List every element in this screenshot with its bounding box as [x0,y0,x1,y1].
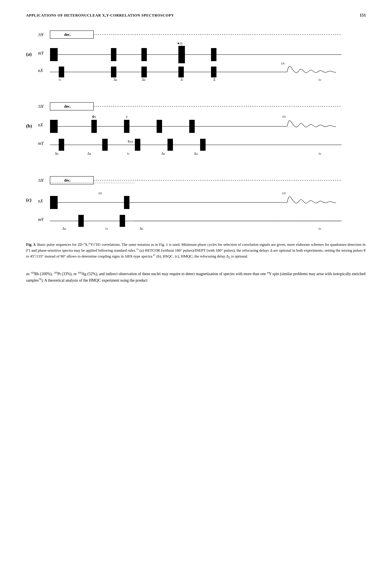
nX-pulse5-b [189,120,195,133]
diagram-a-svg: (a) 1H mY nX dec. ♦±y [26,24,366,85]
t2-c: t₂ [319,227,321,230]
diagram-c: (c) 1H nX mY dec. ±x ±x [26,170,366,233]
t1-c: t₁ [106,227,108,230]
delta-2-label-a: Δ [213,78,215,81]
label-mY-a: mY [38,51,44,55]
delta4-2-label-a: Δ₄ [142,78,145,81]
label-nX-a: nX [38,68,43,73]
page-number: 151 [360,13,366,17]
page-header: APPLICATIONS OF HETERONUCLEAR X,Y-CORREL… [26,13,366,17]
label-mY-b: mY [38,141,44,146]
t2-label-a: t₂ [319,78,321,81]
fid-wave-a [287,66,336,73]
plusminus-x-b: ±x [282,115,286,118]
mY-pulse5-a [211,48,216,61]
mY-pulse5-b [200,139,206,151]
phi-y-label-b: ϕy [92,115,96,118]
label-1H-a: 1H [38,32,44,37]
mY-pulse3-b [135,139,140,151]
figure-caption: Fig. 3. Basic pulse sequences for 2D-nX,… [26,242,366,260]
plusminus-x-c-1: ±x [98,191,102,195]
mY-pulse2-b [102,139,108,151]
t1-b: t₁ [127,152,130,155]
dec-label-c: dec. [64,178,71,182]
diagram-a: (a) 1H mY nX dec. ♦±y [26,24,366,85]
diagram-b-label: (b) [26,123,32,128]
nX-pulse2-a [111,66,116,77]
label-1H-c: 1H [38,178,44,183]
diagram-b-svg: (b) 1H nX mY dec. ϕy y [26,96,366,159]
label-mY-c: mY [38,217,44,222]
diagram-c-svg: (c) 1H nX mY dec. ±x ±x [26,170,366,233]
delta4-b2: Δ₄ [88,152,91,155]
plusminus-x-a: ±x [281,61,285,65]
diagram-c-label: (c) [26,197,31,202]
fid-wave-c [287,197,336,203]
word-as: as [26,272,30,276]
mY-pulse1-a [50,48,58,61]
nX-pulse2-b [91,120,97,133]
fid-wave-b [287,120,336,127]
nX-pulse3-b [124,120,130,133]
delta2-c2: Δ₂ [140,227,143,230]
nX-pulse1-a [59,66,64,77]
y-label-b: y [126,115,128,118]
plusminus-x-c-2: ±x [282,191,286,195]
mY-pulse1-b [59,139,64,151]
fid-b [287,120,336,127]
diagram-b: (b) 1H nX mY dec. ϕy y [26,96,366,159]
delta4-b1: Δ₄ [55,152,58,155]
dec-box-b [50,102,94,110]
delta2-c1: Δ₂ [62,227,66,230]
theta-label-b: θ±x [128,140,133,143]
dec-box-a [50,31,94,38]
mY-pulse1-c [78,215,84,227]
fid-c [287,197,336,203]
nX-pulse4-b [157,120,162,133]
delta4-1-label-a: Δ₄ [114,78,117,81]
delta4-b4: Δ₄ [194,152,198,155]
mY-pulse3-a [142,48,147,61]
diagram-a-label: (a) [26,51,32,57]
label-nX-b: nX [38,122,43,127]
nX-pulse3-a [142,66,147,77]
fid-a [287,66,336,73]
figure-area: (a) 1H mY nX dec. ♦±y [26,24,366,260]
nX-pulse1-c [50,196,58,209]
mY-pulse2-c [120,215,125,227]
mY-pulse4-b [168,139,173,151]
body-paragraph: as 103Rh (100%), 195Pt (33%), or 109Ag (… [26,271,366,284]
t2-b: t₂ [319,152,321,155]
label-1H-b: 1H [38,104,44,109]
delta4-b3: Δ₄ [162,152,165,155]
dec-box-c [50,176,94,184]
nX-pulse5-a [211,66,216,77]
nX-pulse1-b [50,120,58,133]
mY-pulse2-a [111,48,116,61]
mY-plusminus-y-a: ♦±y [178,41,183,45]
t1-label-a: t₁ [59,78,61,81]
delta-label-a: Δ [180,78,183,81]
nX-pulse2-c [124,196,130,209]
header-title: APPLICATIONS OF HETERONUCLEAR X,Y-CORREL… [26,13,174,17]
dec-label-a: dec. [64,32,71,37]
fig-label: Fig. 3. [26,242,36,247]
dec-label-b: dec. [64,104,71,108]
mY-pulse4-a [178,46,185,63]
label-nX-c: nX [38,199,43,203]
nX-pulse4-a [178,66,184,77]
